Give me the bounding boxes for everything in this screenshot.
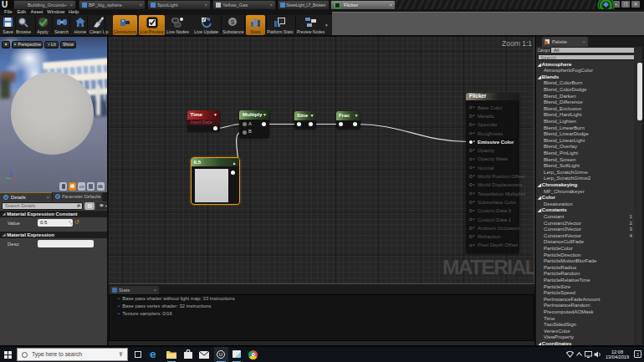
svg-text:S: S	[231, 19, 235, 25]
